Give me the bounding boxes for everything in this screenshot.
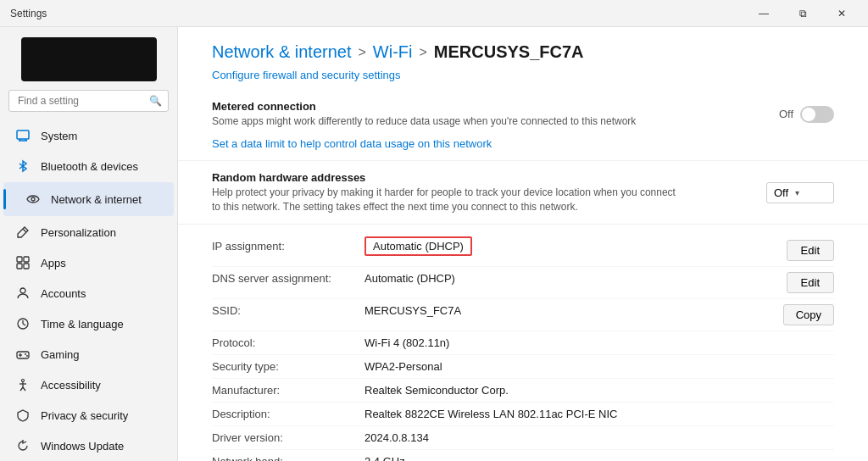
dns-value: Automatic (DHCP) (364, 272, 770, 285)
driver-value: 2024.0.8.134 (364, 431, 834, 444)
security-label: Security type: (212, 360, 364, 373)
sidebar-item-bluetooth[interactable]: Bluetooth & devices (3, 152, 174, 181)
svg-line-13 (23, 324, 25, 325)
ssid-value: MERCUSYS_FC7A (364, 304, 766, 317)
random-hw-title: Random hardware addresses (212, 171, 766, 184)
metered-toggle[interactable]: Off (779, 106, 834, 123)
metered-desc: Some apps might work differently to redu… (212, 114, 687, 129)
dns-edit-button[interactable]: Edit (787, 272, 834, 293)
random-hw-value: Off (774, 186, 788, 199)
sidebar-item-apps[interactable]: Apps (3, 248, 174, 277)
sidebar-item-network[interactable]: Network & internet (3, 182, 174, 216)
sidebar-item-network-label: Network & internet (51, 193, 142, 206)
svg-line-23 (23, 387, 25, 391)
firewall-link[interactable]: Configure firewall and security settings (178, 69, 868, 90)
titlebar-title: Settings (10, 8, 47, 19)
breadcrumb-wifi[interactable]: Wi-Fi (373, 42, 413, 62)
sidebar-item-personalization[interactable]: Personalization (3, 218, 174, 247)
sidebar-item-accessibility-label: Accessibility (41, 379, 101, 392)
svg-point-10 (20, 288, 25, 293)
ssid-label: SSID: (212, 304, 364, 317)
sidebar-item-personalization-label: Personalization (41, 226, 116, 239)
sidebar-item-time[interactable]: Time & language (3, 309, 174, 338)
description-value: Realtek 8822CE Wireless LAN 802.11ac PCI… (364, 408, 834, 420)
protocol-label: Protocol: (212, 336, 364, 349)
sidebar-item-privacy-label: Privacy & security (41, 409, 128, 422)
metered-title: Metered connection (212, 100, 779, 113)
ssid-row: SSID: MERCUSYS_FC7A Copy (212, 299, 834, 331)
svg-line-5 (23, 229, 26, 232)
dns-label: DNS server assignment: (212, 272, 364, 285)
dns-assignment-row: DNS server assignment: Automatic (DHCP) … (212, 267, 834, 299)
breadcrumb: Network & internet > Wi-Fi > MERCUSYS_FC… (178, 27, 868, 69)
svg-point-19 (22, 380, 25, 382)
driver-label: Driver version: (212, 431, 364, 444)
ip-assignment-label: IP assignment: (212, 240, 364, 253)
random-hw-desc: Help protect your privacy by making it h… (212, 186, 687, 214)
search-icon: 🔍 (149, 95, 162, 107)
sidebar-item-accessibility[interactable]: Accessibility (3, 370, 174, 399)
metered-toggle-label: Off (779, 108, 793, 120)
avatar (21, 37, 157, 81)
monitor-icon (15, 128, 31, 143)
sidebar-item-system-label: System (41, 130, 77, 142)
main-layout: 🔍 System Bluetooth & devices Network & i… (0, 27, 868, 461)
accessibility-icon (15, 377, 31, 392)
svg-rect-0 (17, 131, 29, 139)
svg-rect-7 (24, 257, 29, 262)
manufacturer-row: Manufacturer: Realtek Semiconductor Corp… (212, 379, 834, 403)
update-icon (15, 438, 31, 453)
gaming-icon (15, 347, 31, 362)
data-section: IP assignment: Automatic (DHCP) Edit DNS… (178, 225, 868, 461)
svg-point-18 (26, 355, 28, 357)
breadcrumb-network[interactable]: Network & internet (212, 42, 352, 62)
content-area: Network & internet > Wi-Fi > MERCUSYS_FC… (178, 27, 868, 461)
titlebar-controls: — ⧉ ✕ (744, 0, 861, 27)
network-band-value: 2.4 GHz (364, 455, 834, 461)
close-button[interactable]: ✕ (822, 0, 861, 27)
sidebar-item-system[interactable]: System (3, 121, 174, 150)
metered-connection-section: Metered connection Some apps might work … (178, 90, 868, 161)
sidebar-item-accounts[interactable]: Accounts (3, 279, 174, 308)
metered-row: Metered connection Some apps might work … (212, 100, 834, 129)
sidebar-item-gaming[interactable]: Gaming (3, 340, 174, 369)
shield-icon (15, 408, 31, 423)
restore-button[interactable]: ⧉ (783, 0, 822, 27)
minimize-button[interactable]: — (744, 0, 783, 27)
sidebar-item-accounts-label: Accounts (41, 287, 86, 300)
sidebar-item-time-label: Time & language (41, 318, 124, 330)
description-label: Description: (212, 408, 364, 420)
protocol-row: Protocol: Wi-Fi 4 (802.11n) (212, 331, 834, 355)
metered-toggle-switch[interactable] (800, 106, 834, 123)
protocol-value: Wi-Fi 4 (802.11n) (364, 336, 834, 349)
random-hw-dropdown[interactable]: Off ▾ (766, 182, 834, 203)
random-hw-section: Random hardware addresses Help protect y… (178, 161, 868, 225)
bluetooth-icon (15, 158, 31, 174)
brush-icon (15, 225, 31, 240)
svg-rect-6 (17, 257, 22, 262)
driver-version-row: Driver version: 2024.0.8.134 (212, 426, 834, 450)
svg-line-22 (20, 387, 23, 391)
data-limit-link[interactable]: Set a data limit to help control data us… (212, 137, 492, 150)
svg-point-17 (25, 353, 26, 355)
security-type-row: Security type: WPA2-Personal (212, 355, 834, 379)
ssid-copy-button[interactable]: Copy (783, 304, 834, 325)
ip-assignment-value: Automatic (DHCP) (364, 236, 472, 256)
clock-icon (15, 316, 31, 331)
manufacturer-label: Manufacturer: (212, 384, 364, 397)
sidebar-item-update-label: Windows Update (41, 440, 124, 453)
search-input[interactable] (8, 90, 169, 112)
person-icon (15, 286, 31, 301)
ip-assignment-edit-button[interactable]: Edit (787, 240, 834, 261)
sidebar-item-apps-label: Apps (41, 257, 66, 269)
sidebar-item-privacy[interactable]: Privacy & security (3, 401, 174, 430)
sidebar-item-update[interactable]: Windows Update (3, 431, 174, 460)
network-band-label: Network band: (212, 455, 364, 461)
dropdown-arrow-icon: ▾ (795, 188, 799, 197)
titlebar: Settings — ⧉ ✕ (0, 0, 868, 27)
network-band-row: Network band: 2.4 GHz (212, 450, 834, 461)
sidebar-item-gaming-label: Gaming (41, 348, 80, 361)
svg-rect-9 (24, 264, 29, 269)
ip-assignment-row: IP assignment: Automatic (DHCP) Edit (212, 235, 834, 267)
search-box: 🔍 (8, 90, 169, 112)
